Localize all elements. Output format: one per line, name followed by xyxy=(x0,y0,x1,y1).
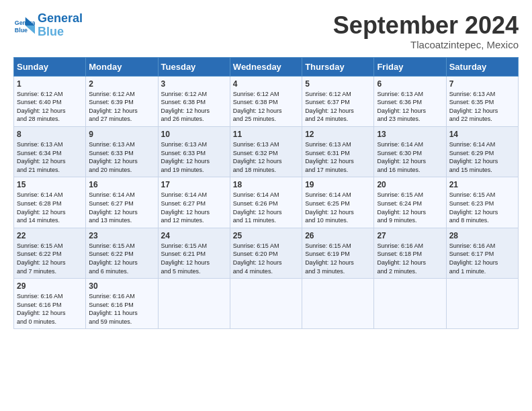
header: General Blue General Blue September 2024… xyxy=(13,12,519,50)
day-number: 16 xyxy=(89,180,154,189)
calendar-cell: 7Sunrise: 6:13 AM Sunset: 6:35 PM Daylig… xyxy=(446,76,518,126)
day-number: 28 xyxy=(449,231,515,240)
day-number: 18 xyxy=(233,180,299,189)
cell-info: Sunrise: 6:14 AM Sunset: 6:28 PM Dayligh… xyxy=(17,191,83,224)
day-number: 1 xyxy=(17,79,83,89)
calendar-cell: 26Sunrise: 6:15 AM Sunset: 6:19 PM Dayli… xyxy=(302,228,374,278)
cell-info: Sunrise: 6:12 AM Sunset: 6:40 PM Dayligh… xyxy=(17,90,83,124)
cell-info: Sunrise: 6:14 AM Sunset: 6:26 PM Dayligh… xyxy=(233,191,299,224)
calendar-cell: 13Sunrise: 6:14 AM Sunset: 6:30 PM Dayli… xyxy=(374,126,446,177)
calendar-cell: 11Sunrise: 6:13 AM Sunset: 6:32 PM Dayli… xyxy=(230,126,302,177)
day-number: 4 xyxy=(233,79,299,89)
title-block: September 2024 Tlacoatzintepec, Mexico xyxy=(333,12,519,50)
calendar-header-row: SundayMondayTuesdayWednesdayThursdayFrid… xyxy=(14,57,519,76)
day-header-thursday: Thursday xyxy=(302,57,374,76)
cell-info: Sunrise: 6:14 AM Sunset: 6:30 PM Dayligh… xyxy=(377,140,443,174)
day-number: 15 xyxy=(17,180,83,189)
calendar-cell: 30Sunrise: 6:16 AM Sunset: 6:16 PM Dayli… xyxy=(86,279,158,329)
cell-info: Sunrise: 6:16 AM Sunset: 6:17 PM Dayligh… xyxy=(449,242,515,275)
day-number: 23 xyxy=(89,231,154,240)
cell-info: Sunrise: 6:12 AM Sunset: 6:37 PM Dayligh… xyxy=(305,90,371,124)
logo-text: General Blue xyxy=(38,12,83,39)
day-number: 26 xyxy=(305,231,371,240)
day-number: 27 xyxy=(377,231,443,240)
day-header-monday: Monday xyxy=(86,57,158,76)
cell-info: Sunrise: 6:16 AM Sunset: 6:16 PM Dayligh… xyxy=(17,292,83,326)
cell-info: Sunrise: 6:15 AM Sunset: 6:20 PM Dayligh… xyxy=(233,242,299,275)
cell-info: Sunrise: 6:15 AM Sunset: 6:23 PM Dayligh… xyxy=(449,191,515,224)
day-number: 8 xyxy=(17,130,83,139)
cell-info: Sunrise: 6:14 AM Sunset: 6:27 PM Dayligh… xyxy=(161,191,227,224)
day-number: 29 xyxy=(17,281,83,291)
day-number: 9 xyxy=(89,130,154,139)
day-header-tuesday: Tuesday xyxy=(158,57,230,76)
month-title: September 2024 xyxy=(333,12,519,39)
day-number: 2 xyxy=(89,79,154,89)
day-header-sunday: Sunday xyxy=(14,57,86,76)
calendar-cell: 28Sunrise: 6:16 AM Sunset: 6:17 PM Dayli… xyxy=(446,228,518,278)
calendar-cell: 3Sunrise: 6:12 AM Sunset: 6:38 PM Daylig… xyxy=(158,76,230,126)
cell-info: Sunrise: 6:13 AM Sunset: 6:33 PM Dayligh… xyxy=(161,140,227,174)
day-number: 22 xyxy=(17,231,83,240)
calendar-cell: 1Sunrise: 6:12 AM Sunset: 6:40 PM Daylig… xyxy=(14,76,86,126)
cell-info: Sunrise: 6:14 AM Sunset: 6:27 PM Dayligh… xyxy=(89,191,154,224)
calendar-cell: 16Sunrise: 6:14 AM Sunset: 6:27 PM Dayli… xyxy=(86,177,158,228)
calendar-cell xyxy=(230,279,302,329)
day-number: 17 xyxy=(161,180,227,189)
day-number: 20 xyxy=(377,180,443,189)
calendar-cell: 18Sunrise: 6:14 AM Sunset: 6:26 PM Dayli… xyxy=(230,177,302,228)
day-number: 14 xyxy=(449,130,515,139)
day-number: 3 xyxy=(161,79,227,89)
day-number: 19 xyxy=(305,180,371,189)
week-row-5: 29Sunrise: 6:16 AM Sunset: 6:16 PM Dayli… xyxy=(14,279,519,329)
calendar-cell xyxy=(374,279,446,329)
day-number: 12 xyxy=(305,130,371,139)
week-row-3: 15Sunrise: 6:14 AM Sunset: 6:28 PM Dayli… xyxy=(14,177,519,228)
cell-info: Sunrise: 6:15 AM Sunset: 6:24 PM Dayligh… xyxy=(377,191,443,224)
week-row-1: 1Sunrise: 6:12 AM Sunset: 6:40 PM Daylig… xyxy=(14,76,519,126)
calendar-cell: 5Sunrise: 6:12 AM Sunset: 6:37 PM Daylig… xyxy=(302,76,374,126)
calendar-cell: 4Sunrise: 6:12 AM Sunset: 6:38 PM Daylig… xyxy=(230,76,302,126)
week-row-2: 8Sunrise: 6:13 AM Sunset: 6:34 PM Daylig… xyxy=(14,126,519,177)
cell-info: Sunrise: 6:12 AM Sunset: 6:38 PM Dayligh… xyxy=(161,90,227,124)
calendar-cell: 19Sunrise: 6:14 AM Sunset: 6:25 PM Dayli… xyxy=(302,177,374,228)
day-number: 21 xyxy=(449,180,515,189)
svg-text:Blue: Blue xyxy=(15,27,28,34)
calendar-cell: 10Sunrise: 6:13 AM Sunset: 6:33 PM Dayli… xyxy=(158,126,230,177)
day-number: 7 xyxy=(449,79,515,89)
calendar-cell: 22Sunrise: 6:15 AM Sunset: 6:22 PM Dayli… xyxy=(14,228,86,278)
cell-info: Sunrise: 6:14 AM Sunset: 6:25 PM Dayligh… xyxy=(305,191,371,224)
calendar-cell: 8Sunrise: 6:13 AM Sunset: 6:34 PM Daylig… xyxy=(14,126,86,177)
cell-info: Sunrise: 6:12 AM Sunset: 6:39 PM Dayligh… xyxy=(89,90,154,124)
calendar-cell: 21Sunrise: 6:15 AM Sunset: 6:23 PM Dayli… xyxy=(446,177,518,228)
day-header-friday: Friday xyxy=(374,57,446,76)
day-number: 5 xyxy=(305,79,371,89)
calendar-table: SundayMondayTuesdayWednesdayThursdayFrid… xyxy=(13,57,519,330)
calendar-cell: 14Sunrise: 6:14 AM Sunset: 6:29 PM Dayli… xyxy=(446,126,518,177)
cell-info: Sunrise: 6:15 AM Sunset: 6:19 PM Dayligh… xyxy=(305,242,371,275)
cell-info: Sunrise: 6:16 AM Sunset: 6:16 PM Dayligh… xyxy=(89,292,154,326)
calendar-cell xyxy=(302,279,374,329)
cell-info: Sunrise: 6:14 AM Sunset: 6:29 PM Dayligh… xyxy=(449,140,515,174)
cell-info: Sunrise: 6:13 AM Sunset: 6:31 PM Dayligh… xyxy=(305,140,371,174)
day-header-saturday: Saturday xyxy=(446,57,518,76)
calendar-cell: 12Sunrise: 6:13 AM Sunset: 6:31 PM Dayli… xyxy=(302,126,374,177)
day-number: 13 xyxy=(377,130,443,139)
calendar-cell: 2Sunrise: 6:12 AM Sunset: 6:39 PM Daylig… xyxy=(86,76,158,126)
day-number: 24 xyxy=(161,231,227,240)
cell-info: Sunrise: 6:15 AM Sunset: 6:22 PM Dayligh… xyxy=(17,242,83,275)
day-number: 30 xyxy=(89,281,154,291)
calendar-cell: 17Sunrise: 6:14 AM Sunset: 6:27 PM Dayli… xyxy=(158,177,230,228)
logo-line1: General xyxy=(38,11,83,25)
logo: General Blue General Blue xyxy=(13,12,83,39)
calendar-cell: 25Sunrise: 6:15 AM Sunset: 6:20 PM Dayli… xyxy=(230,228,302,278)
calendar-cell: 20Sunrise: 6:15 AM Sunset: 6:24 PM Dayli… xyxy=(374,177,446,228)
cell-info: Sunrise: 6:13 AM Sunset: 6:36 PM Dayligh… xyxy=(377,90,443,124)
cell-info: Sunrise: 6:15 AM Sunset: 6:21 PM Dayligh… xyxy=(161,242,227,275)
cell-info: Sunrise: 6:15 AM Sunset: 6:22 PM Dayligh… xyxy=(89,242,154,275)
calendar-cell: 27Sunrise: 6:16 AM Sunset: 6:18 PM Dayli… xyxy=(374,228,446,278)
day-number: 25 xyxy=(233,231,299,240)
calendar-cell: 9Sunrise: 6:13 AM Sunset: 6:33 PM Daylig… xyxy=(86,126,158,177)
cell-info: Sunrise: 6:13 AM Sunset: 6:34 PM Dayligh… xyxy=(17,140,83,174)
cell-info: Sunrise: 6:13 AM Sunset: 6:35 PM Dayligh… xyxy=(449,90,515,124)
